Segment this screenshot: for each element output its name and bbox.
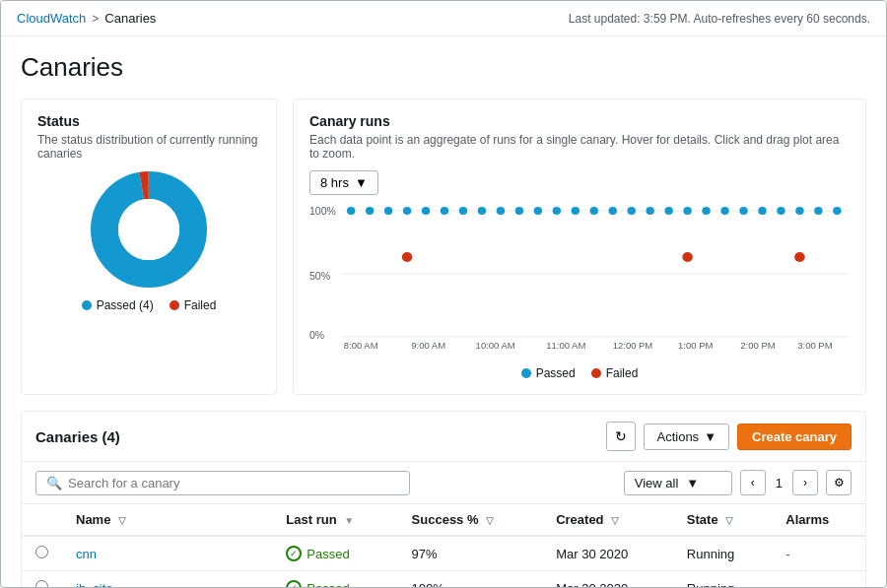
status-panel-subtitle: The status distribution of currently run… <box>37 133 260 161</box>
chart-legend-passed: Passed <box>521 366 576 380</box>
svg-text:1:00 PM: 1:00 PM <box>678 341 713 351</box>
runs-panel: Canary runs Each data point is an aggreg… <box>293 98 866 395</box>
breadcrumb-canaries: Canaries <box>104 11 156 26</box>
svg-point-33 <box>795 207 803 215</box>
svg-point-12 <box>403 207 411 215</box>
view-all-select[interactable]: View all ▼ <box>624 471 732 495</box>
status-panel-title: Status <box>37 113 260 129</box>
toolbar-right: View all ▼ ‹ 1 › ⚙ <box>624 470 852 495</box>
svg-point-26 <box>664 207 672 215</box>
row-success-cell: 100% <box>398 571 543 588</box>
table-toolbar: 🔍 View all ▼ ‹ 1 › ⚙ <box>22 462 865 504</box>
svg-point-17 <box>497 207 505 215</box>
svg-text:0%: 0% <box>309 330 324 341</box>
svg-point-27 <box>683 207 691 215</box>
table-row: jb_site ✓ Passed 100% Mar 30 2020 Runnin… <box>22 571 865 588</box>
row-created-cell: Mar 30 2020 <box>542 536 673 571</box>
state-value: Running <box>687 581 734 588</box>
actions-button[interactable]: Actions ▼ <box>644 424 729 450</box>
row-state-cell: Running <box>673 571 772 588</box>
state-sort-icon[interactable]: ▽ <box>725 515 733 526</box>
chart-area: 100% 50% 0% <box>309 203 850 360</box>
svg-point-32 <box>777 207 785 215</box>
col-state: State ▽ <box>673 504 772 536</box>
svg-point-36 <box>402 252 413 262</box>
table-body: cnn ✓ Passed 97% Mar 30 2020 Running - j… <box>22 536 865 587</box>
runs-chart-svg: 100% 50% 0% <box>309 203 850 351</box>
passed-check-icon: ✓ <box>286 546 302 561</box>
row-name-cell: cnn <box>62 536 272 571</box>
runs-panel-title: Canary runs <box>309 113 850 129</box>
svg-point-30 <box>739 207 747 215</box>
prev-page-button[interactable]: ‹ <box>740 470 766 495</box>
row-state-cell: Running <box>673 536 772 571</box>
success-sort-icon[interactable]: ▽ <box>486 515 494 526</box>
panels-row: Status The status distribution of curren… <box>21 98 866 395</box>
svg-point-25 <box>646 207 653 215</box>
pagination: ‹ 1 › <box>740 470 818 495</box>
refresh-button[interactable]: ↻ <box>606 422 636 451</box>
row-radio-cell[interactable] <box>22 536 62 571</box>
col-created: Created ▽ <box>542 504 673 536</box>
donut-legend: Passed (4) Failed <box>82 298 217 312</box>
actions-label: Actions <box>656 429 699 444</box>
created-sort-icon[interactable]: ▽ <box>611 515 619 526</box>
svg-point-28 <box>702 207 710 215</box>
chart-failed-label: Failed <box>606 366 639 380</box>
search-input[interactable] <box>68 476 399 490</box>
svg-point-18 <box>515 207 523 215</box>
svg-text:12:00 PM: 12:00 PM <box>613 341 653 351</box>
svg-point-11 <box>384 207 392 215</box>
svg-point-31 <box>758 207 766 215</box>
row-radio-input[interactable] <box>35 546 48 558</box>
search-icon: 🔍 <box>46 476 62 490</box>
donut-chart-container: Passed (4) Failed <box>37 170 260 312</box>
status-passed-badge: ✓ Passed <box>286 580 383 587</box>
row-alarms-cell: - <box>772 571 865 588</box>
row-radio-input[interactable] <box>35 580 48 587</box>
search-box[interactable]: 🔍 <box>35 471 410 495</box>
page-number: 1 <box>770 476 788 490</box>
row-created-cell: Mar 30 2020 <box>542 571 673 588</box>
row-radio-cell[interactable] <box>22 571 62 588</box>
last-run-sort-icon[interactable]: ▼ <box>344 515 354 526</box>
canaries-table-section: Canaries (4) ↻ Actions ▼ Create canary 🔍 <box>21 411 866 587</box>
svg-point-2 <box>118 199 179 260</box>
create-canary-button[interactable]: Create canary <box>737 424 852 450</box>
failed-label: Failed <box>184 298 217 312</box>
chart-legend-failed: Failed <box>591 366 639 380</box>
donut-chart <box>85 170 213 289</box>
table-settings-button[interactable]: ⚙ <box>826 470 852 495</box>
state-value: Running <box>687 547 734 561</box>
canaries-table: Name ▽ Last run ▼ Success % ▽ Created <box>22 504 865 587</box>
svg-text:11:00 AM: 11:00 AM <box>546 341 585 351</box>
time-selector-arrow: ▼ <box>355 175 368 190</box>
view-all-arrow: ▼ <box>686 476 699 490</box>
row-last-run-cell: ✓ Passed <box>272 536 397 571</box>
passed-check-icon: ✓ <box>286 580 302 587</box>
col-success-pct: Success % ▽ <box>398 504 543 536</box>
canary-name-link[interactable]: cnn <box>76 547 97 561</box>
chart-passed-label: Passed <box>536 366 576 380</box>
svg-point-22 <box>590 207 598 215</box>
canary-name-link[interactable]: jb_site <box>76 581 113 588</box>
legend-passed: Passed (4) <box>82 298 154 312</box>
svg-point-20 <box>553 207 561 215</box>
table-title: Canaries (4) <box>35 428 120 445</box>
breadcrumb-cloudwatch[interactable]: CloudWatch <box>17 11 86 26</box>
svg-text:9:00 AM: 9:00 AM <box>411 341 445 351</box>
runs-panel-subtitle: Each data point is an aggregate of runs … <box>309 133 850 161</box>
svg-point-29 <box>720 207 728 215</box>
svg-point-10 <box>366 207 374 215</box>
next-page-button[interactable]: › <box>792 470 818 495</box>
table-action-buttons: ↻ Actions ▼ Create canary <box>606 422 852 451</box>
time-selector-button[interactable]: 8 hrs ▼ <box>309 170 378 195</box>
svg-point-9 <box>347 207 355 215</box>
col-radio <box>22 504 62 536</box>
time-selector-label: 8 hrs <box>320 175 349 190</box>
failed-dot <box>170 300 179 310</box>
row-alarms-cell: - <box>772 536 865 571</box>
passed-text: Passed <box>307 581 349 588</box>
svg-point-35 <box>833 207 841 215</box>
name-sort-icon[interactable]: ▽ <box>118 515 126 526</box>
